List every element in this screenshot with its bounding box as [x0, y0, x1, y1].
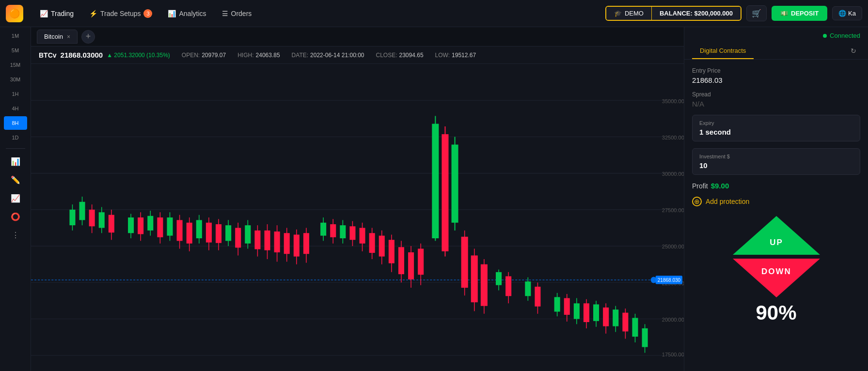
svg-rect-99	[369, 233, 375, 253]
payout-percentage: 90%	[756, 301, 796, 325]
svg-rect-101	[379, 236, 385, 257]
protection-icon: ⊕	[692, 197, 702, 206]
svg-rect-109	[418, 248, 424, 275]
svg-rect-93	[330, 224, 336, 237]
connected-label: Connected	[830, 32, 860, 39]
close-label: CLOSE:	[376, 52, 397, 59]
svg-rect-85	[284, 233, 290, 254]
nav-orders-label: Orders	[231, 10, 252, 17]
svg-rect-57	[632, 318, 638, 337]
balance-display: BALANCE: $200,000.000	[651, 7, 741, 20]
trade-buttons-container: UP DOWN 90%	[692, 216, 860, 325]
date-label: DATE:	[292, 52, 308, 59]
svg-rect-77	[235, 228, 241, 247]
up-button-area[interactable]: UP	[733, 216, 820, 255]
svg-text:UP: UP	[770, 238, 783, 247]
svg-text:27500.00: 27500.00	[662, 207, 684, 213]
svg-rect-53	[593, 304, 599, 321]
digital-contracts-tab[interactable]: Digital Contracts	[692, 43, 754, 59]
nav-orders[interactable]: ☰ Orders	[215, 7, 259, 20]
svg-rect-65	[138, 217, 143, 234]
svg-rect-59	[642, 328, 648, 347]
svg-rect-31	[196, 220, 202, 238]
nav-analytics-label: Analytics	[179, 10, 206, 17]
timeframe-1h[interactable]: 1H	[4, 87, 27, 101]
bitcoin-tab[interactable]: Bitcoin ×	[37, 30, 78, 44]
nav-trading[interactable]: 📈 Trading	[33, 7, 80, 20]
profit-amount: $9.00	[711, 182, 729, 190]
svg-rect-51	[574, 303, 580, 319]
close-tab-icon[interactable]: ×	[67, 33, 70, 40]
panel-body: Entry Price 21868.03 Spread N/A Expiry 1…	[684, 60, 868, 371]
svg-text:DOWN: DOWN	[761, 267, 791, 276]
svg-rect-89	[303, 233, 309, 254]
timeframe-4h[interactable]: 4H	[4, 102, 27, 115]
trend-tool[interactable]: 📈	[6, 189, 25, 207]
open-label: OPEN:	[182, 52, 200, 59]
digital-contracts-label: Digital Contracts	[700, 47, 746, 54]
circle-tool[interactable]: ⭕	[6, 208, 25, 225]
svg-rect-27	[147, 216, 153, 231]
svg-rect-67	[157, 217, 163, 237]
svg-rect-45	[496, 272, 502, 285]
balance-label: BALANCE:	[660, 10, 693, 17]
timeframe-8h[interactable]: 8H	[4, 116, 27, 130]
timeframe-30m[interactable]: 30M	[4, 73, 27, 86]
deposit-label: DEPOSIT	[791, 10, 819, 17]
add-protection-row[interactable]: ⊕ Add protection	[692, 197, 860, 206]
date-val: 2022-06-14 21:00:00	[310, 52, 364, 59]
add-tab-button[interactable]: +	[81, 30, 95, 44]
chart-container: Bitcoin × + BTCv 21868.03000 ▲ 2051.3200…	[31, 27, 684, 371]
timeframe-1m[interactable]: 1M	[4, 29, 27, 43]
pen-tool[interactable]: ✏️	[6, 171, 25, 188]
nav-items: 📈 Trading ⚡ Trade Setups 3 📊 Analytics ☰…	[33, 6, 605, 21]
svg-rect-47	[525, 281, 531, 296]
nav-analytics[interactable]: 📊 Analytics	[161, 7, 213, 20]
svg-rect-111	[461, 237, 468, 288]
cart-button[interactable]: 🛒	[746, 5, 767, 21]
more-tool[interactable]: ⋮	[6, 226, 25, 244]
timeframe-15m[interactable]: 15M	[4, 58, 27, 72]
svg-rect-105	[398, 247, 404, 274]
svg-rect-103	[389, 240, 395, 263]
lightning-icon: ⚡	[89, 10, 97, 17]
svg-rect-21	[79, 202, 85, 220]
spread-value: N/A	[692, 100, 860, 108]
chart-tabs: Bitcoin × +	[31, 27, 684, 46]
close-val: 23094.65	[399, 52, 424, 59]
candle-tool[interactable]: 📊	[6, 153, 25, 170]
demo-button[interactable]: 🎓 DEMO	[606, 7, 651, 20]
expiry-box[interactable]: Expiry 1 second	[692, 115, 860, 141]
logo-icon[interactable]: 🟠	[6, 5, 23, 22]
user-button[interactable]: 🌐 Ka	[832, 6, 862, 20]
timeframe-5m[interactable]: 5M	[4, 44, 27, 57]
svg-rect-39	[452, 145, 458, 223]
svg-rect-79	[254, 231, 260, 249]
svg-rect-73	[206, 223, 212, 243]
demo-balance-box: 🎓 DEMO BALANCE: $200,000.000	[605, 6, 742, 21]
svg-rect-23	[99, 212, 105, 228]
demo-label: DEMO	[625, 10, 644, 17]
investment-box[interactable]: Investment $ 10	[692, 148, 860, 175]
right-panel-header: Connected Digital Contracts ↻	[684, 27, 868, 60]
timeframe-1d[interactable]: 1D	[4, 131, 27, 144]
deposit-button[interactable]: 💵 DEPOSIT	[772, 6, 827, 21]
svg-rect-19	[69, 210, 75, 225]
spread-row: Spread N/A	[692, 91, 860, 108]
svg-rect-97	[360, 228, 365, 243]
nav-trade-setups[interactable]: ⚡ Trade Setups 3	[82, 6, 159, 21]
refresh-icon[interactable]: ↻	[847, 43, 860, 59]
entry-price-value: 21868.03	[692, 76, 860, 84]
chart-area[interactable]: 35000.00 32500.00 30000.00 27500.00 2500…	[31, 64, 684, 371]
svg-rect-115	[481, 264, 488, 306]
ohlc-high: HIGH: 24063.85	[237, 52, 280, 59]
panel-tabs: Digital Contracts ↻	[692, 43, 860, 59]
down-button-area[interactable]: DOWN	[733, 259, 820, 297]
analytics-icon: 📊	[168, 10, 176, 17]
svg-rect-55	[613, 309, 618, 326]
svg-text:20000.00: 20000.00	[662, 317, 684, 323]
deposit-icon: 💵	[780, 10, 788, 17]
profit-row: Profit $9.00	[692, 182, 860, 190]
nav-trading-label: Trading	[51, 10, 74, 17]
high-label: HIGH:	[237, 52, 253, 59]
